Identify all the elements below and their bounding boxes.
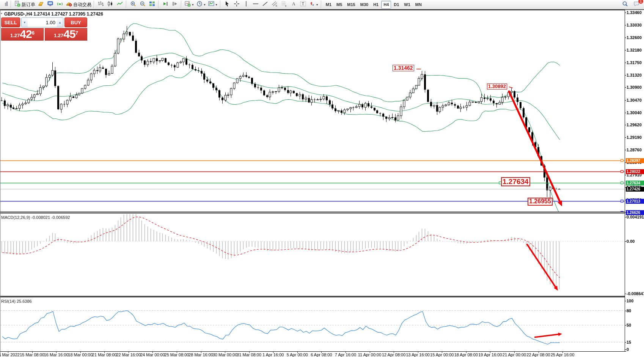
toolbar-separator bbox=[180, 1, 183, 8]
date-axis-label: 7 Apr 16:00 bbox=[335, 352, 356, 357]
search-button[interactable] bbox=[620, 1, 630, 8]
candle-chart-button[interactable] bbox=[106, 1, 115, 8]
market-depth-button[interactable] bbox=[36, 1, 46, 8]
timeframe-button-h4[interactable]: H4 bbox=[381, 1, 391, 9]
auto-scroll-button[interactable] bbox=[161, 1, 170, 8]
macd-axis-tick: -0.008647 bbox=[627, 291, 644, 296]
volume-box: ▼ ▲ bbox=[21, 17, 63, 27]
line-chart-button[interactable] bbox=[115, 1, 124, 8]
chevron-down-icon[interactable]: ▾ bbox=[1, 12, 2, 15]
buy-button[interactable]: BUY bbox=[64, 17, 87, 27]
signals-icon bbox=[57, 0, 63, 9]
quote-close: 1.27426 bbox=[87, 11, 103, 17]
price-annotation-1.27634[interactable]: 1.27634 bbox=[501, 177, 530, 186]
fibonacci-icon: F bbox=[281, 0, 287, 9]
quote-header: GBPUSD-,H4 1.27414 1.27427 1.27395 1.274… bbox=[4, 11, 103, 17]
chevron-down-icon: ▼ bbox=[203, 3, 206, 6]
notifications-button[interactable]: 1 bbox=[632, 1, 641, 8]
gold-bar-icon bbox=[38, 0, 44, 9]
mt4-application: 新订单自动交易▼▼▼EFAT▼M1M5M15M30H1H4D1W1MN1 ▾ G… bbox=[0, 0, 644, 357]
timeframe-button-h1[interactable]: H1 bbox=[371, 1, 381, 9]
price-annotation-1.30892[interactable]: 1.30892 bbox=[487, 83, 507, 90]
zoom-out-button[interactable] bbox=[138, 1, 147, 8]
svg-text:T: T bbox=[302, 2, 304, 6]
candles-icon bbox=[107, 0, 114, 9]
buy-price-pip: 7 bbox=[75, 27, 78, 39]
timeframe-button-w1[interactable]: W1 bbox=[402, 1, 413, 9]
price-axis-tick: 1.30900 bbox=[627, 85, 642, 90]
hline-icon bbox=[252, 0, 259, 9]
price-chart-canvas[interactable] bbox=[0, 10, 644, 357]
buy-price-display[interactable]: 1.27457 bbox=[45, 28, 87, 41]
timeframe-button-m30[interactable]: M30 bbox=[358, 1, 371, 9]
new-order-button[interactable]: 新订单 bbox=[13, 1, 36, 8]
text-tool-button[interactable]: A bbox=[289, 1, 298, 8]
trendline-tool-button[interactable] bbox=[261, 1, 270, 8]
channel-tool-button[interactable]: E bbox=[270, 1, 279, 8]
tile-windows-button[interactable] bbox=[148, 1, 157, 8]
timeframe-button-m1[interactable]: M1 bbox=[324, 1, 334, 9]
clipped-icon[interactable] bbox=[0, 1, 9, 8]
vertical-line-tool-button[interactable] bbox=[242, 1, 251, 8]
price-tag-1.27634: 1.27634 bbox=[626, 181, 644, 186]
text-icon: A bbox=[290, 0, 297, 9]
date-axis-label: 5 Apr 00:00 bbox=[287, 352, 308, 357]
price-axis-tick: 1.30470 bbox=[627, 98, 642, 102]
sell-button[interactable]: SELL bbox=[1, 17, 20, 27]
tile-windows-icon bbox=[149, 0, 156, 9]
bar-chart-button[interactable] bbox=[96, 1, 105, 8]
price-axis-tick: 1.33460 bbox=[627, 10, 642, 15]
templates-button[interactable]: ▼ bbox=[207, 1, 218, 8]
toolbar-separator bbox=[157, 1, 160, 8]
autotrading-button[interactable]: 自动交易 bbox=[65, 1, 92, 8]
metaeditor-button[interactable] bbox=[46, 1, 55, 8]
horizontal-line-tool-button[interactable] bbox=[251, 1, 260, 8]
signals-button[interactable] bbox=[55, 1, 64, 8]
quote-open: 1.27414 bbox=[33, 11, 50, 17]
arrows-tool-button[interactable]: ▼ bbox=[308, 1, 319, 8]
vline-icon bbox=[243, 0, 250, 9]
volume-increase-button[interactable]: ▲ bbox=[57, 18, 63, 27]
date-axis-label: 25 Mar 08:00 bbox=[165, 352, 189, 357]
indicators-button[interactable]: ▼ bbox=[184, 1, 195, 8]
indicators-icon bbox=[184, 0, 191, 9]
chart-shift-button[interactable] bbox=[170, 1, 179, 8]
sell-price-main: 42 bbox=[20, 29, 31, 39]
toolbar: 新订单自动交易▼▼▼EFAT▼M1M5M15M30H1H4D1W1MN1 bbox=[0, 0, 644, 9]
crosshair-tool-button[interactable] bbox=[232, 1, 241, 8]
date-axis-label: 22 Apr 08:00 bbox=[526, 352, 550, 357]
date-axis-label: 18 Apr 08:00 bbox=[454, 352, 478, 357]
fibonacci-tool-button[interactable]: F bbox=[280, 1, 289, 8]
date-axis-label: 19 Apr 16:00 bbox=[478, 352, 502, 357]
chevron-down-icon: ▼ bbox=[215, 3, 218, 6]
cursor-tool-button[interactable] bbox=[223, 1, 232, 8]
price-axis-tick: 1.32180 bbox=[627, 48, 642, 52]
zoom-in-button[interactable] bbox=[129, 1, 138, 8]
quote-high: 1.27427 bbox=[51, 11, 68, 17]
timeframe-button-m5[interactable]: M5 bbox=[334, 1, 344, 9]
volume-decrease-button[interactable]: ▼ bbox=[22, 18, 28, 27]
toolbar-separator bbox=[320, 1, 323, 8]
sell-price-display[interactable]: 1.27426 bbox=[1, 28, 44, 41]
sell-price-pip: 6 bbox=[32, 27, 35, 39]
periods-button[interactable]: ▼ bbox=[195, 1, 207, 8]
search-icon bbox=[622, 0, 628, 9]
date-axis-label: 28 Mar 16:00 bbox=[188, 352, 213, 357]
timeframe-button-m15[interactable]: M15 bbox=[345, 1, 357, 9]
svg-text:F: F bbox=[285, 5, 287, 7]
date-axis-label: 15 Apr 00:00 bbox=[430, 352, 454, 357]
price-annotation-1.31462[interactable]: 1.31462 bbox=[393, 65, 414, 71]
auto-scroll-icon bbox=[162, 0, 169, 9]
toolbar-item-label: 自动交易 bbox=[73, 2, 91, 8]
buy-price-prefix: 1.27 bbox=[54, 32, 63, 39]
quote-low: 1.27395 bbox=[69, 11, 85, 17]
timeframe-button-d1[interactable]: D1 bbox=[391, 1, 401, 9]
price-annotation-1.26955[interactable]: 1.26955 bbox=[528, 198, 553, 206]
label-tool-button[interactable]: T bbox=[298, 1, 308, 8]
toolbar-separator bbox=[93, 1, 96, 8]
timeframe-button-mn[interactable]: MN bbox=[413, 1, 424, 9]
price-axis-tick: 1.30040 bbox=[627, 110, 642, 115]
volume-input[interactable] bbox=[28, 18, 57, 27]
price-tag-1.28397: 1.28397 bbox=[626, 158, 644, 163]
price-axis-tick: 1.31320 bbox=[627, 73, 642, 77]
